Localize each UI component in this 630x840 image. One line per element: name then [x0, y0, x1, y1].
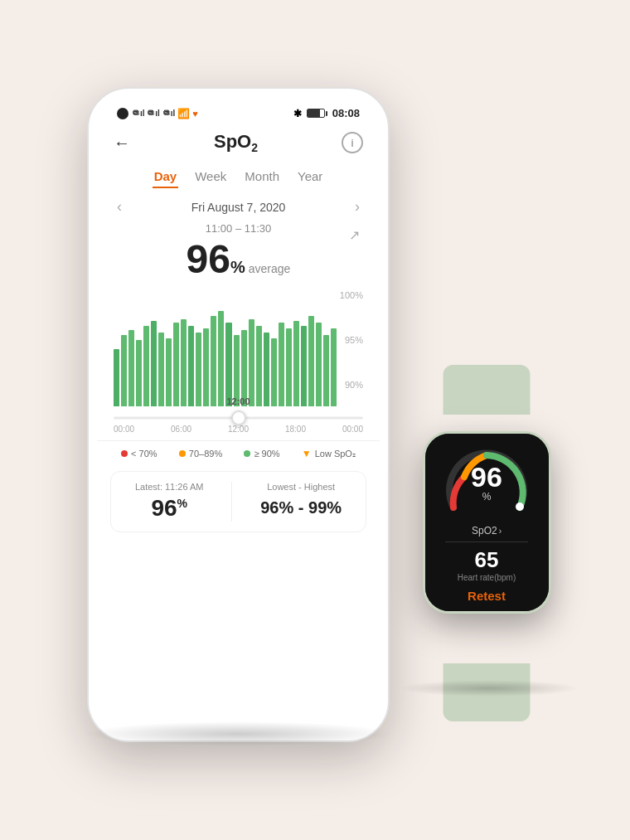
- phone-device: ᪤ıl ᪤ıl ᪤ıl 📶 ♥ ✱ 08:08 ← SpO2: [87, 87, 390, 742]
- legend-alert: ▼ Low SpO₂: [302, 448, 356, 459]
- chart-bar: [323, 335, 329, 406]
- status-left: ᪤ıl ᪤ıl ᪤ıl 📶 ♥: [117, 108, 198, 119]
- timeline-marker: 12:00: [226, 396, 250, 406]
- app-header: ← SpO2 i: [97, 124, 380, 161]
- chart-bar: [188, 326, 194, 407]
- legend-dot-green: [244, 450, 250, 457]
- spo2-avg-label: average: [249, 262, 291, 275]
- y-label-95: 95%: [345, 335, 363, 345]
- watch-hr-section: 65 Heart rate(bpm): [458, 547, 516, 582]
- stat-latest-title: Latest: 11:26 AM: [135, 482, 204, 492]
- chart-bar: [279, 323, 284, 406]
- spo2-number: 96: [187, 237, 230, 281]
- watch-gauge: 96 %: [441, 445, 532, 520]
- time-section: 11:00 – 11:30 ↗ 96%average: [97, 219, 380, 284]
- stat-latest: Latest: 11:26 AM 96%: [135, 482, 204, 522]
- prev-date-button[interactable]: ‹: [117, 198, 122, 216]
- chart-bar: [331, 328, 337, 406]
- chart-bar: [181, 319, 187, 407]
- chart-bar: [128, 330, 134, 406]
- gauge-center: 96 %: [471, 463, 502, 503]
- date-navigation: ‹ Fri August 7, 2020 ›: [97, 190, 380, 219]
- chart-bar: [166, 338, 172, 407]
- tab-day[interactable]: Day: [153, 166, 179, 188]
- bluetooth-icon: ✱: [293, 108, 302, 119]
- signal-text: ᪤ıl ᪤ıl ᪤ıl: [132, 109, 175, 118]
- current-date: Fri August 7, 2020: [191, 201, 286, 214]
- legend-label-mid: 70–89%: [189, 449, 222, 459]
- stat-range: Lowest - Highest 96% - 99%: [260, 482, 342, 522]
- time-label-12: 12:00: [228, 425, 249, 434]
- slider-thumb[interactable]: [231, 410, 246, 425]
- time-range-label: 11:00 – 11:30: [114, 222, 363, 235]
- camera-dot: [117, 108, 128, 119]
- expand-icon[interactable]: ↗: [349, 227, 360, 243]
- status-bar: ᪤ıl ᪤ıl ᪤ıl 📶 ♥ ✱ 08:08: [97, 97, 380, 124]
- chart-bar: [225, 323, 231, 406]
- phone-screen: ᪤ıl ᪤ıl ᪤ıl 📶 ♥ ✱ 08:08 ← SpO2: [97, 97, 380, 732]
- watch-divider: [445, 541, 528, 542]
- y-label-90: 90%: [345, 380, 363, 390]
- chart-bar: [241, 330, 247, 406]
- time-label-24: 00:00: [342, 425, 363, 434]
- chart-bar: [316, 323, 322, 406]
- chart-bar: [286, 328, 292, 406]
- chart-bar: [203, 328, 209, 406]
- svg-point-0: [516, 503, 524, 511]
- tab-month[interactable]: Month: [243, 166, 281, 188]
- heart-icon: ♥: [192, 109, 198, 119]
- spo2-unit: %: [230, 258, 245, 276]
- info-button[interactable]: i: [342, 132, 363, 153]
- stats-row: Latest: 11:26 AM 96% Lowest - Highest 96…: [110, 471, 366, 532]
- phone-shadow: [83, 721, 394, 746]
- chart-bar: [293, 321, 299, 407]
- watch-shadow: [398, 680, 580, 697]
- chart-bar: [151, 321, 157, 407]
- clock-display: 08:08: [332, 107, 360, 119]
- chart-bar: [121, 335, 127, 406]
- status-right: ✱ 08:08: [293, 107, 360, 119]
- stat-range-title: Lowest - Highest: [260, 482, 342, 492]
- chart-bar: [249, 319, 254, 407]
- legend-low: < 70%: [121, 448, 158, 459]
- legend-arrow-icon: ▼: [302, 448, 312, 459]
- stat-latest-value: 96%: [135, 495, 204, 522]
- chart-bar: [173, 323, 179, 406]
- watch-retest-button[interactable]: Retest: [468, 589, 506, 603]
- chart-y-axis: 100% 95% 90%: [340, 290, 363, 390]
- chart-bar: [264, 333, 269, 407]
- chart-legend: < 70% 70–89% ≥ 90% ▼ Low SpO₂: [97, 440, 380, 464]
- legend-label-low: < 70%: [131, 449, 158, 459]
- time-label-6: 06:00: [171, 425, 191, 434]
- watch-spo2-label[interactable]: SpO2 ›: [472, 525, 502, 537]
- watch-body: 96 % SpO2 › 65 Heart rate(bpm) Retest: [423, 431, 551, 614]
- stat-range-value: 96% - 99%: [260, 495, 342, 517]
- tab-week[interactable]: Week: [193, 166, 228, 188]
- slider-container[interactable]: 12:00: [114, 411, 363, 425]
- legend-high: ≥ 90%: [244, 448, 279, 459]
- gauge-unit: %: [471, 491, 502, 503]
- legend-label-alert: Low SpO₂: [315, 449, 356, 459]
- watch-chevron-icon: ›: [499, 527, 502, 536]
- tab-bar: Day Week Month Year: [97, 161, 380, 190]
- back-button[interactable]: ←: [114, 134, 130, 153]
- chart-bar: [158, 333, 164, 407]
- chart-bar: [271, 338, 277, 407]
- spo2-chart: 100% 95% 90%: [114, 290, 363, 406]
- y-label-100: 100%: [340, 290, 363, 300]
- time-label-0: 00:00: [114, 425, 134, 434]
- watch-side-button: [550, 510, 551, 535]
- legend-mid: 70–89%: [179, 448, 222, 459]
- timeline-slider[interactable]: 12:00 00:00 06:00 12:00 18:00 00:00: [114, 411, 363, 434]
- next-date-button[interactable]: ›: [355, 198, 360, 216]
- time-label-18: 18:00: [285, 425, 306, 434]
- chart-bar: [308, 316, 314, 406]
- tab-year[interactable]: Year: [296, 166, 324, 188]
- stat-divider: [231, 482, 232, 522]
- chart-bars-area: [114, 290, 337, 406]
- chart-bar: [136, 340, 142, 407]
- signal-icons: ᪤ıl ᪤ıl ᪤ıl 📶 ♥: [132, 108, 198, 119]
- chart-bar: [218, 311, 224, 406]
- watch-band-top: [443, 365, 531, 415]
- watch-device: 96 % SpO2 › 65 Heart rate(bpm) Retest: [408, 406, 565, 672]
